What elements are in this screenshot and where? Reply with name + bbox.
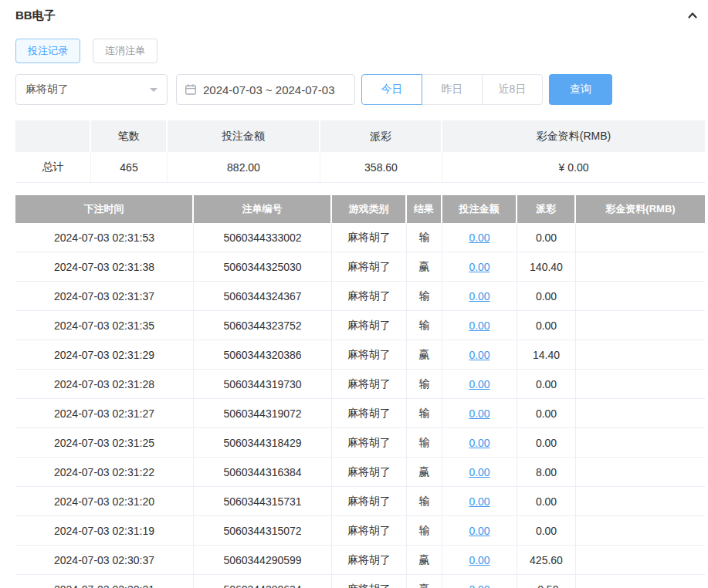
order-number-cell: 5060344319072 <box>194 399 332 428</box>
result-cell: 输 <box>407 428 442 458</box>
game-type-cell: 麻将胡了 <box>332 340 407 370</box>
bet-time-cell: 2024-07-03 02:31:35 <box>15 311 194 340</box>
header-payout: 派彩 <box>517 195 576 223</box>
result-cell: 输 <box>407 399 442 428</box>
chevron-up-icon[interactable] <box>686 9 699 22</box>
summary-header-payout: 派彩 <box>320 120 442 152</box>
table-row: 2024-07-03 02:31:27 5060344319072 麻将胡了 输… <box>15 399 705 428</box>
order-number-cell: 5060344320386 <box>194 340 332 370</box>
bet-amount-cell: 0.00 <box>442 487 517 516</box>
bet-time-cell: 2024-07-03 02:31:53 <box>15 223 194 252</box>
order-number-cell: 5060344323752 <box>194 311 332 340</box>
summary-payout-value: 358.60 <box>320 152 442 183</box>
game-type-cell: 麻将胡了 <box>332 458 407 487</box>
filter-bar: 麻将胡了 2024-07-03 ~ 2024-07-03 今日 昨日 近8日 查… <box>15 74 705 105</box>
bet-time-cell: 2024-07-03 02:31:29 <box>15 340 194 370</box>
bet-amount-cell: 0.00 <box>442 516 517 546</box>
tab-cancel-orders[interactable]: 连消注单 <box>93 39 158 63</box>
payout-cell: 0.00 <box>517 399 576 428</box>
payout-cell: 140.40 <box>517 252 576 282</box>
last8days-button[interactable]: 近8日 <box>482 74 543 105</box>
summary-header-bet-amount: 投注金额 <box>168 120 320 152</box>
result-cell: 赢 <box>407 252 442 282</box>
game-type-cell: 麻将胡了 <box>332 311 407 340</box>
quick-date-group: 今日 昨日 近8日 <box>361 74 543 105</box>
result-cell: 赢 <box>407 340 442 370</box>
header-game-type: 游戏类别 <box>332 195 407 223</box>
order-number-cell: 5060344324367 <box>194 282 332 311</box>
bet-time-cell: 2024-07-03 02:31:22 <box>15 458 194 487</box>
bonus-cell <box>576 223 705 252</box>
result-cell: 输 <box>407 223 442 252</box>
header-result: 结果 <box>407 195 442 223</box>
tab-bet-records[interactable]: 投注记录 <box>15 39 80 63</box>
result-cell: 输 <box>407 311 442 340</box>
game-type-cell: 麻将胡了 <box>332 428 407 458</box>
bonus-cell <box>576 311 705 340</box>
bonus-cell <box>576 428 705 458</box>
bet-amount-link[interactable]: 0.00 <box>469 349 490 361</box>
panel-header: BB电子 <box>15 6 705 25</box>
bet-time-cell: 2024-07-03 02:31:38 <box>15 252 194 282</box>
bet-amount-link[interactable]: 0.00 <box>469 554 490 566</box>
bet-amount-cell: 0.00 <box>442 458 517 487</box>
result-cell: 输 <box>407 370 442 399</box>
chevron-down-icon <box>150 88 158 96</box>
header-bet-amount: 投注金额 <box>442 195 517 223</box>
bonus-cell <box>576 370 705 399</box>
bet-amount-link[interactable]: 0.00 <box>469 466 490 478</box>
payout-cell: 425.60 <box>517 546 576 575</box>
bonus-cell <box>576 458 705 487</box>
yesterday-button[interactable]: 昨日 <box>422 74 483 105</box>
bet-amount-cell: 0.00 <box>442 282 517 311</box>
bonus-cell <box>576 340 705 370</box>
bet-amount-link[interactable]: 0.00 <box>469 495 490 508</box>
bet-amount-cell: 2.00 <box>442 575 517 588</box>
today-button[interactable]: 今日 <box>361 74 422 105</box>
date-range-picker[interactable]: 2024-07-03 ~ 2024-07-03 <box>176 74 355 105</box>
bet-time-cell: 2024-07-03 02:31:19 <box>15 516 194 546</box>
payout-cell: 0.00 <box>517 487 576 516</box>
bonus-cell <box>576 546 705 575</box>
bonus-cell <box>576 282 705 311</box>
table-row: 2024-07-03 02:31:37 5060344324367 麻将胡了 输… <box>15 282 705 311</box>
table-row: 2024-07-03 02:30:21 5060344280634 麻将胡了 赢… <box>15 575 705 588</box>
bet-amount-link[interactable]: 0.00 <box>469 319 490 332</box>
bet-amount-cell: 0.00 <box>442 223 517 252</box>
bet-amount-link[interactable]: 0.00 <box>469 525 490 537</box>
search-button[interactable]: 查询 <box>549 74 612 105</box>
table-row: 2024-07-03 02:30:37 5060344290599 麻将胡了 赢… <box>15 546 705 575</box>
bet-amount-cell: 0.00 <box>442 252 517 282</box>
summary-header-row: 笔数 投注金额 派彩 彩金资料(RMB) <box>15 120 705 152</box>
bet-amount-cell: 0.00 <box>442 370 517 399</box>
table-row: 2024-07-03 02:31:35 5060344323752 麻将胡了 输… <box>15 311 705 340</box>
bet-amount-link[interactable]: 0.00 <box>469 261 490 273</box>
game-select-value: 麻将胡了 <box>25 83 69 96</box>
summary-header-empty <box>15 120 91 152</box>
summary-bonus-value: ¥ 0.00 <box>442 152 705 183</box>
bet-table: 下注时间 注单编号 游戏类别 结果 投注金额 派彩 彩金资料(RMB) 2024… <box>15 195 705 588</box>
bet-amount-cell: 0.00 <box>442 340 517 370</box>
payout-cell: 0.00 <box>517 223 576 252</box>
order-number-cell: 5060344316384 <box>194 458 332 487</box>
game-type-cell: 麻将胡了 <box>332 546 407 575</box>
game-select[interactable]: 麻将胡了 <box>15 74 168 105</box>
game-type-cell: 麻将胡了 <box>332 487 407 516</box>
result-cell: 赢 <box>407 546 442 575</box>
payout-cell: 0.00 <box>517 428 576 458</box>
bet-time-cell: 2024-07-03 02:31:28 <box>15 370 194 399</box>
bet-amount-link[interactable]: 2.00 <box>469 583 490 588</box>
bet-amount-link[interactable]: 0.00 <box>469 407 490 420</box>
bet-table-header-row: 下注时间 注单编号 游戏类别 结果 投注金额 派彩 彩金资料(RMB) <box>15 195 705 223</box>
table-row: 2024-07-03 02:31:28 5060344319730 麻将胡了 输… <box>15 370 705 399</box>
payout-cell: 8.00 <box>517 458 576 487</box>
page-title: BB电子 <box>15 8 56 23</box>
bet-amount-link[interactable]: 0.00 <box>469 437 490 449</box>
bet-amount-link[interactable]: 0.00 <box>469 231 490 244</box>
bet-amount-cell: 0.00 <box>442 546 517 575</box>
table-row: 2024-07-03 02:31:20 5060344315731 麻将胡了 输… <box>15 487 705 516</box>
bet-history-panel: BB电子 投注记录 连消注单 麻将胡了 2024-07-03 ~ 2024-07… <box>0 0 708 588</box>
bet-amount-link[interactable]: 0.00 <box>469 290 490 302</box>
bet-amount-link[interactable]: 0.00 <box>469 378 490 390</box>
payout-cell: 14.40 <box>517 340 576 370</box>
